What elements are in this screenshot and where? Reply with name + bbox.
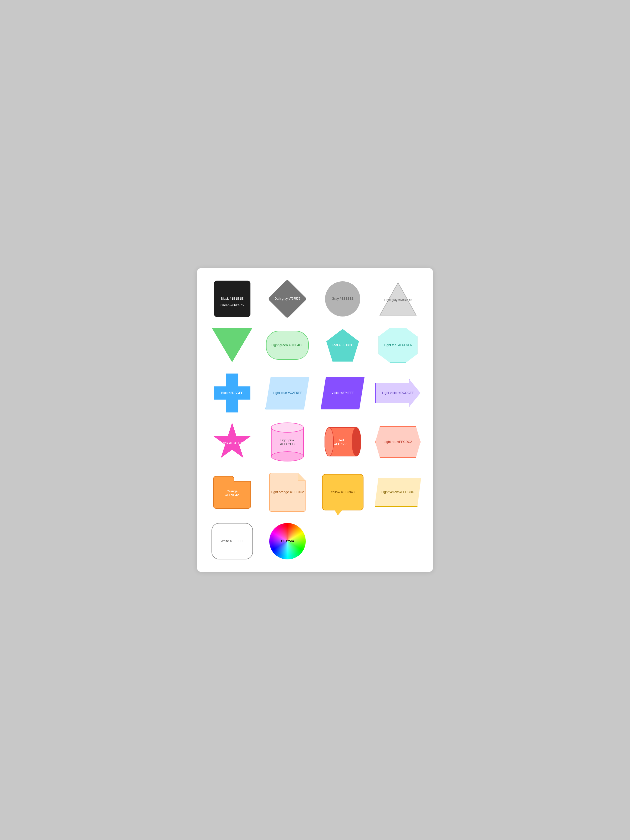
light-violet-cell[interactable]: Light violet #DCCCFF [373, 374, 423, 412]
light-blue-cell[interactable]: Light blue #C2E5FF [262, 374, 313, 412]
violet-shape[interactable]: Violet #874FFF [321, 377, 365, 409]
blue-cell[interactable]: Blue #3DADFF [207, 374, 257, 412]
shape-grid: Black #1E1E1E Dark gray #757575 Gray #B3… [207, 281, 423, 559]
custom-cell[interactable]: Custom [262, 523, 313, 559]
svg-marker-0 [380, 283, 416, 315]
gray-cell[interactable]: Gray #B3B3B3 [317, 281, 368, 317]
black-shape[interactable]: Black #1E1E1E [214, 281, 250, 317]
red-cell[interactable]: Red #FF7556 [317, 423, 368, 461]
orange-label: Orange #FF9E42 [223, 489, 242, 497]
light-violet-shape[interactable]: Light violet #DCCCFF [375, 379, 420, 407]
custom-shape[interactable]: Custom [269, 523, 306, 559]
pink-label: Pink #F849C1 [222, 441, 242, 445]
light-pink-shape[interactable]: Light pink #FFC2EC [271, 423, 304, 461]
gray-label: Gray #B3B3B3 [332, 297, 354, 301]
light-teal-label: Light teal #C6FAF6 [384, 343, 412, 347]
orange-shape[interactable]: Orange #FF9E42 [213, 476, 251, 509]
light-yellow-label: Light yellow #FFECBD [382, 490, 414, 494]
light-violet-label: Light violet #DCCCFF [382, 391, 414, 395]
dark-gray-cell[interactable]: Dark gray #757575 [262, 281, 313, 317]
white-shape[interactable]: White #FFFFFF [212, 523, 253, 559]
custom-label: Custom [281, 539, 294, 543]
light-red-cell[interactable]: Light red #FFCDC2 [373, 423, 423, 461]
svg-point-3 [352, 428, 361, 456]
violet-label: Violet #874FFF [332, 391, 354, 395]
red-label: Red #FF7556 [332, 438, 350, 446]
black-cell[interactable]: Black #1E1E1E [207, 281, 257, 317]
empty-cell-2 [373, 523, 423, 559]
light-teal-shape[interactable]: Light teal #C6FAF6 [379, 328, 417, 363]
light-yellow-shape[interactable]: Light yellow #FFECBD [375, 478, 421, 507]
light-blue-shape[interactable]: Light blue #C2E5FF [265, 377, 309, 409]
teal-shape[interactable]: Teal #5AD8CC [325, 327, 361, 363]
yellow-shape[interactable]: Yellow #FFC943 [322, 472, 363, 513]
light-blue-label: Light blue #C2E5FF [273, 391, 302, 395]
light-green-label: Light green #CDF4D3 [272, 343, 303, 347]
green-label: Green #66D575 [221, 303, 244, 307]
light-orange-shape[interactable]: Light orange #FFE0C2 [269, 473, 306, 512]
yellow-label: Yellow #FFC943 [331, 490, 355, 494]
light-teal-cell[interactable]: Light teal #C6FAF6 [373, 327, 423, 363]
pink-cell[interactable]: Pink #F849C1 [207, 423, 257, 461]
white-cell[interactable]: White #FFFFFF [207, 523, 257, 559]
orange-cell[interactable]: Orange #FF9E42 [207, 472, 257, 513]
yellow-cell[interactable]: Yellow #FFC943 [317, 472, 368, 513]
green-cell[interactable]: Green #66D575 [207, 327, 257, 363]
blue-shape[interactable]: Blue #3DADFF [214, 374, 250, 412]
light-yellow-cell[interactable]: Light yellow #FFECBD [373, 472, 423, 513]
light-pink-cell[interactable]: Light pink #FFC2EC [262, 423, 313, 461]
light-pink-label: Light pink #FFC2EC [279, 438, 296, 446]
teal-label: Teal #5AD8CC [332, 343, 354, 347]
light-gray-cell[interactable]: Light gray #D9D9D9 [373, 281, 423, 317]
green-shape[interactable]: Green #66D575 [214, 327, 250, 363]
dark-gray-label: Dark gray #757575 [275, 297, 300, 301]
empty-cell-1 [317, 523, 368, 559]
teal-cell[interactable]: Teal #5AD8CC [317, 327, 368, 363]
light-green-shape[interactable]: Light green #CDF4D3 [266, 331, 309, 360]
light-red-label: Light red #FFCDC2 [384, 440, 412, 444]
color-picker-panel: Black #1E1E1E Dark gray #757575 Gray #B3… [197, 268, 433, 572]
dark-gray-shape[interactable]: Dark gray #757575 [269, 281, 306, 317]
light-green-cell[interactable]: Light green #CDF4D3 [262, 327, 313, 363]
light-orange-label: Light orange #FFE0C2 [271, 490, 304, 494]
violet-cell[interactable]: Violet #874FFF [317, 374, 368, 412]
white-label: White #FFFFFF [221, 539, 244, 543]
pink-shape[interactable]: Pink #F849C1 [213, 423, 252, 461]
red-shape[interactable]: Red #FF7556 [325, 423, 361, 461]
light-gray-shape[interactable]: Light gray #D9D9D9 [379, 281, 417, 317]
blue-label: Blue #3DADFF [221, 391, 243, 395]
light-red-shape[interactable]: Light red #FFCDC2 [375, 426, 420, 458]
light-orange-cell[interactable]: Light orange #FFE0C2 [262, 472, 313, 513]
black-label: Black #1E1E1E [221, 297, 243, 301]
gray-shape[interactable]: Gray #B3B3B3 [325, 281, 360, 316]
